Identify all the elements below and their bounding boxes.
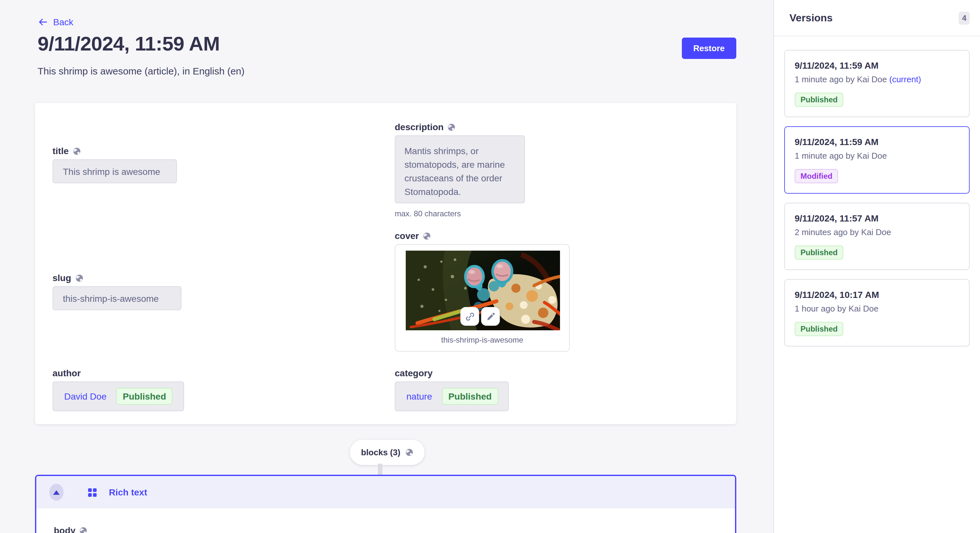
blocks-connector <box>378 464 382 475</box>
version-date: 9/11/2024, 11:57 AM <box>795 213 959 224</box>
blocks-pill-label: blocks (3) <box>361 447 400 457</box>
status-badge: Published <box>795 93 843 107</box>
copy-link-button[interactable] <box>460 307 479 326</box>
field-author: author David Doe Published <box>52 368 184 411</box>
rich-text-block: Rich text body <box>35 475 736 533</box>
earth-icon <box>75 274 84 282</box>
slug-input: this-shrimp-is-awesome <box>52 286 181 310</box>
rich-text-body: body <box>36 508 735 533</box>
rich-text-title: Rich text <box>109 487 147 497</box>
restore-button[interactable]: Restore <box>681 38 736 59</box>
author-relation: David Doe Published <box>52 381 184 411</box>
version-list: 9/11/2024, 11:59 AM 1 minute ago by Kai … <box>774 36 980 360</box>
versions-header: Versions 4 <box>774 0 980 36</box>
field-category: category nature Published <box>395 368 509 411</box>
version-card[interactable]: 9/11/2024, 10:17 AM 1 hour ago by Kai Do… <box>784 279 970 346</box>
version-history-page: Back 9/11/2024, 11:59 AM Restore This sh… <box>0 0 980 533</box>
cover-filename: this-shrimp-is-awesome <box>406 330 559 351</box>
version-card[interactable]: 9/11/2024, 11:59 AM 1 minute ago by Kai … <box>784 126 970 194</box>
link-icon <box>465 311 475 322</box>
back-arrow-icon <box>38 17 48 27</box>
cover-card: this-shrimp-is-awesome <box>395 244 570 352</box>
version-card[interactable]: 9/11/2024, 11:59 AM 1 minute ago by Kai … <box>784 50 970 117</box>
earth-icon <box>405 448 413 457</box>
category-relation: nature Published <box>395 381 509 411</box>
title-label: title <box>52 146 177 156</box>
field-title: title This shrimp is awesome <box>52 146 177 183</box>
earth-icon <box>80 526 88 533</box>
version-date: 9/11/2024, 10:17 AM <box>795 289 959 300</box>
collapse-button[interactable] <box>49 484 64 501</box>
version-meta: 2 minutes ago by Kai Doe <box>795 227 959 237</box>
body-label: body <box>54 525 735 533</box>
author-link[interactable]: David Doe <box>64 391 107 401</box>
blocks-pill: blocks (3) <box>350 440 424 465</box>
chevron-up-icon <box>53 490 60 495</box>
cover-image <box>406 251 560 330</box>
versions-title: Versions <box>789 12 832 24</box>
field-slug: slug this-shrimp-is-awesome <box>52 273 181 310</box>
versions-count-badge: 4 <box>959 11 970 24</box>
cover-actions <box>460 307 500 326</box>
title-row: 9/11/2024, 11:59 AM Restore <box>38 32 736 59</box>
description-textarea: Mantis shrimps, or stomatopods, are mari… <box>395 135 525 203</box>
earth-icon <box>447 123 456 131</box>
status-badge: Modified <box>795 169 838 183</box>
version-card[interactable]: 9/11/2024, 11:57 AM 2 minutes ago by Kai… <box>784 203 970 270</box>
category-label: category <box>395 368 509 378</box>
char-limit-hint: max. 80 characters <box>395 209 525 218</box>
slug-label: slug <box>52 273 181 283</box>
status-badge: Published <box>795 246 843 260</box>
version-meta: 1 hour ago by Kai Doe <box>795 304 959 314</box>
category-link[interactable]: nature <box>406 391 432 401</box>
earth-icon <box>423 232 431 240</box>
version-meta: 1 minute ago by Kai Doe <box>795 151 959 160</box>
field-cover: cover <box>395 230 570 352</box>
version-meta: 1 minute ago by Kai Doe (current) <box>795 75 959 84</box>
versions-panel: Versions 4 9/11/2024, 11:59 AM 1 minute … <box>773 0 980 533</box>
back-label: Back <box>53 17 73 27</box>
page-subtitle: This shrimp is awesome (article), in Eng… <box>38 65 245 76</box>
pencil-icon <box>485 311 495 322</box>
edit-cover-button[interactable] <box>481 307 500 326</box>
form-card: title This shrimp is awesome slug this-s… <box>35 103 736 424</box>
description-label: description <box>395 122 525 132</box>
cover-label: cover <box>395 230 570 241</box>
title-input: This shrimp is awesome <box>52 159 177 183</box>
page-title: 9/11/2024, 11:59 AM <box>38 32 220 56</box>
earth-icon <box>73 147 81 155</box>
status-badge: Published <box>116 388 173 405</box>
status-badge: Published <box>442 388 498 405</box>
rich-text-header[interactable]: Rich text <box>36 476 735 508</box>
version-current-link: (current) <box>889 75 921 84</box>
author-label: author <box>52 368 184 378</box>
version-date: 9/11/2024, 11:59 AM <box>795 60 959 71</box>
field-description: description Mantis shrimps, or stomatopo… <box>395 122 525 218</box>
version-date: 9/11/2024, 11:59 AM <box>795 136 959 147</box>
grid-icon <box>88 487 97 497</box>
status-badge: Published <box>795 322 843 336</box>
back-link[interactable]: Back <box>38 17 73 27</box>
